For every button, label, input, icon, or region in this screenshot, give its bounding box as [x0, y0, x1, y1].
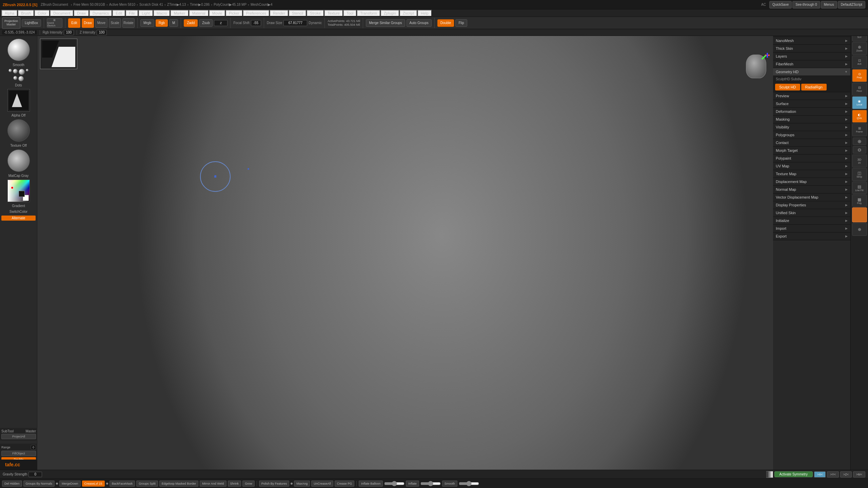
- flip-btn[interactable]: Flip: [455, 19, 467, 27]
- dot-brush-5[interactable]: [13, 76, 17, 80]
- tool-3d20-btn[interactable]: 3D 20: [852, 155, 867, 167]
- x-sym-btn[interactable]: >X<: [814, 471, 826, 477]
- mirror-and-weld-btn[interactable]: Mirror And Weld: [200, 481, 226, 487]
- smooth-slider[interactable]: [459, 482, 479, 486]
- del-hidden-btn[interactable]: Del Hidden: [2, 481, 22, 487]
- auto-groups-btn[interactable]: Auto Groups: [407, 19, 432, 27]
- export-header[interactable]: Export ▶: [773, 232, 850, 240]
- menu-tool[interactable]: Tool: [343, 10, 357, 17]
- switch-color-label[interactable]: SwitchColor: [9, 210, 27, 214]
- inflate-balloon-slider[interactable]: [384, 482, 405, 486]
- rgb-intensity-value[interactable]: 100: [64, 30, 74, 35]
- menu-zplugin[interactable]: Zplugin: [380, 10, 399, 17]
- tool-qviz-btn[interactable]: ◐ QViz: [852, 110, 867, 123]
- dot-brush-2[interactable]: [13, 69, 18, 74]
- inflate-balloon-btn[interactable]: Inflate Balloon: [359, 481, 383, 487]
- m-btn[interactable]: M: [169, 19, 178, 27]
- dots-label[interactable]: Dots: [15, 83, 22, 87]
- sculpt-hd-btn[interactable]: Sculpt HD: [775, 84, 800, 90]
- z-sym-btn[interactable]: >Z<: [840, 471, 852, 477]
- zsub-btn[interactable]: Zsub: [199, 19, 213, 27]
- fill-object-btn[interactable]: FillObject: [1, 451, 36, 456]
- fiber-mesh-header[interactable]: FiberMesh ▶: [773, 60, 850, 68]
- tool-local-btn[interactable]: ◉ Local: [852, 96, 867, 109]
- mrgb-btn[interactable]: Mrgb: [140, 19, 154, 27]
- gravity-val[interactable]: 0: [28, 472, 42, 477]
- m-sym-btn[interactable]: >M<: [853, 471, 865, 477]
- displacement-map-header[interactable]: Displacement Map ▶: [773, 178, 850, 186]
- texture-preview[interactable]: [7, 119, 30, 142]
- color-swatch-black[interactable]: [19, 191, 25, 197]
- edit-btn[interactable]: Edit: [68, 18, 80, 28]
- draw-size-value[interactable]: 67.81777: [283, 20, 307, 26]
- menu-color[interactable]: Color: [34, 10, 50, 17]
- menu-file[interactable]: File: [125, 10, 138, 17]
- menu-texture[interactable]: Texture: [324, 10, 343, 17]
- dot-brush-4[interactable]: [26, 69, 28, 72]
- poly-btn[interactable]: ▦ Poly: [852, 195, 867, 207]
- default-zscript-btn[interactable]: DefaultZScript: [838, 1, 865, 8]
- polish-features-btn[interactable]: Polish By Features: [259, 481, 290, 487]
- activate-symmetry-btn[interactable]: Activate Symmetry: [774, 471, 813, 477]
- menu-document[interactable]: Document: [50, 10, 74, 17]
- inflate-btn[interactable]: Inflate: [406, 481, 419, 487]
- zoom-in-btn[interactable]: ⊕: [853, 138, 866, 145]
- zbrush-logo[interactable]: tafe.cc: [0, 460, 37, 470]
- morph-target-header[interactable]: Morph Target ▶: [773, 147, 850, 155]
- menu-preferences[interactable]: Preferences: [243, 10, 270, 17]
- texture-color-preview[interactable]: [852, 207, 867, 222]
- main-viewport[interactable]: [37, 36, 773, 479]
- display-properties-header[interactable]: Display Properties ▶: [773, 201, 850, 209]
- vector-displacement-header[interactable]: Vector Displacement Map ▶: [773, 194, 850, 201]
- focal-shift-value[interactable]: -55: [251, 20, 261, 26]
- normal-map-header[interactable]: Normal Map ▶: [773, 186, 850, 194]
- menu-macro[interactable]: Macro: [153, 10, 171, 17]
- alpha-preview[interactable]: [7, 89, 30, 111]
- max-angle-btn[interactable]: MaxAng: [294, 481, 310, 487]
- menu-stroke[interactable]: Stroke: [307, 10, 324, 17]
- back-face-mask-btn[interactable]: BackFaceMask: [110, 481, 135, 487]
- uv-map-header[interactable]: UV Map ▶: [773, 162, 850, 170]
- rgb-btn[interactable]: Rgb: [156, 19, 168, 27]
- matcap-preview[interactable]: [7, 149, 30, 172]
- thick-skin-header[interactable]: Thick Skin ▶: [773, 45, 850, 53]
- un-crease-all-btn[interactable]: UnCreaseAll: [311, 481, 333, 487]
- groups-split-btn[interactable]: Groups Split: [136, 481, 158, 487]
- menu-zscript[interactable]: Zscript: [399, 10, 417, 17]
- range-val[interactable]: 0: [31, 445, 36, 450]
- color-gradient-bar[interactable]: [766, 471, 773, 478]
- menus-btn[interactable]: Menus: [821, 1, 837, 8]
- crease-lvl-btn[interactable]: CreaseLvl 15: [82, 481, 105, 487]
- y-sym-btn[interactable]: >Y<: [827, 471, 839, 477]
- menu-movie[interactable]: Movie: [209, 10, 225, 17]
- groups-by-normals-btn[interactable]: Groups By Normals: [23, 481, 55, 487]
- menu-brush[interactable]: Brush: [18, 10, 34, 17]
- unified-skin-header[interactable]: Unified Skin ▶: [773, 209, 850, 217]
- menu-picker[interactable]: Picker: [225, 10, 243, 17]
- menu-marker[interactable]: Marker: [170, 10, 189, 17]
- tool-zoom-btn[interactable]: ⊕ Zoom: [852, 42, 867, 55]
- texture-label[interactable]: Texture Off: [10, 144, 27, 147]
- preview-header[interactable]: Preview ▶: [773, 92, 850, 100]
- gradient-label[interactable]: Gradient: [12, 204, 25, 208]
- geometry-hd-header[interactable]: Geometry HD ▼: [773, 68, 850, 76]
- move-btn[interactable]: Move: [95, 18, 107, 28]
- tool-actual-btn[interactable]: ⊡ Actl: [852, 56, 867, 68]
- layers-header[interactable]: Layers ▶: [773, 53, 850, 60]
- see-through-btn[interactable]: See-through 0: [792, 1, 820, 8]
- polygroups-header[interactable]: Polygroups ▶: [773, 131, 850, 139]
- nano-mesh-header[interactable]: NanoMesh ▶: [773, 37, 850, 45]
- texture-map-header[interactable]: Texture Map ▶: [773, 170, 850, 178]
- masking-header[interactable]: Masking ▶: [773, 116, 850, 123]
- polypaint-header[interactable]: Polypaint ▶: [773, 155, 850, 162]
- dot-brush-3[interactable]: [19, 69, 25, 75]
- menu-alpha[interactable]: Alpha: [1, 10, 18, 17]
- tool-stamp-btn[interactable]: ◫ Stmp: [852, 168, 867, 181]
- menu-material[interactable]: Material: [189, 10, 209, 17]
- projection-master-btn[interactable]: Projection Master: [2, 17, 20, 29]
- matcap-label[interactable]: MatCap Gray: [8, 174, 28, 178]
- visibility-header[interactable]: Visibility ▶: [773, 123, 850, 131]
- edgeloop-masked-border-btn[interactable]: Edgeloop Masked Border: [159, 481, 199, 487]
- tool-bottom1-btn[interactable]: ⊕: [852, 223, 867, 236]
- deformation-header[interactable]: Deformation ▶: [773, 108, 850, 116]
